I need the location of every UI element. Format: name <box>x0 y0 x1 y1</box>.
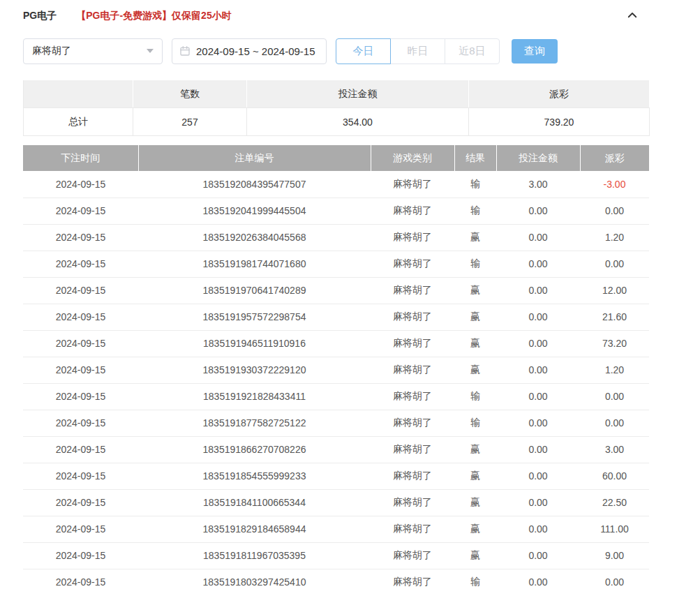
cell-payout: 0.00 <box>580 410 649 436</box>
date-range-input[interactable]: 2024-09-15 ~ 2024-09-15 <box>172 38 327 64</box>
cell-bet-id: 1835191957572298754 <box>138 304 371 330</box>
cell-payout: 3.00 <box>580 436 649 463</box>
cell-bet-id: 1835191970641740289 <box>138 277 371 304</box>
cell-bet-amount: 0.00 <box>496 304 580 330</box>
table-row: 2024-09-151835191970641740289麻将胡了赢0.0012… <box>23 277 649 304</box>
table-row: 2024-09-151835191803297425410麻将胡了输0.000.… <box>23 569 649 589</box>
header-bet-time: 下注时间 <box>23 145 138 171</box>
table-body: 2024-09-151835192084395477507麻将胡了输3.00-3… <box>23 171 649 589</box>
cell-payout: 0.00 <box>580 197 649 224</box>
table-row: 2024-09-151835192041999445504麻将胡了输0.000.… <box>23 197 649 224</box>
cell-game-type: 麻将胡了 <box>371 489 454 516</box>
cell-game-type: 麻将胡了 <box>371 330 454 357</box>
cell-bet-id: 1835192026384045568 <box>138 224 371 251</box>
table-row: 2024-09-151835192084395477507麻将胡了输3.00-3… <box>23 171 649 197</box>
cell-payout: 1.20 <box>580 357 649 383</box>
cell-bet-amount: 0.00 <box>496 330 580 357</box>
notice-text: 【PG电子-免费游戏】仅保留25小时 <box>76 10 231 22</box>
cell-result: 赢 <box>454 489 496 516</box>
cell-bet-time: 2024-09-15 <box>23 357 138 383</box>
header-game-type: 游戏类别 <box>371 145 454 171</box>
cell-payout: 73.20 <box>580 330 649 357</box>
cell-bet-time: 2024-09-15 <box>23 489 138 516</box>
cell-game-type: 麻将胡了 <box>371 251 454 277</box>
cell-result: 输 <box>454 197 496 224</box>
cell-bet-amount: 0.00 <box>496 516 580 542</box>
cell-bet-id: 1835192084395477507 <box>138 171 371 197</box>
summary-total-label: 总计 <box>24 108 133 136</box>
search-button[interactable]: 查询 <box>512 39 558 64</box>
cell-game-type: 麻将胡了 <box>371 463 454 489</box>
cell-bet-id: 1835191811967035395 <box>138 542 371 569</box>
table-row: 2024-09-151835191841100665344麻将胡了赢0.0022… <box>23 489 649 516</box>
cell-result: 赢 <box>454 330 496 357</box>
cell-bet-id: 1835191921828433411 <box>138 383 371 410</box>
table-row: 2024-09-151835191957572298754麻将胡了赢0.0021… <box>23 304 649 330</box>
cell-bet-amount: 0.00 <box>496 357 580 383</box>
summary-header-payout: 派彩 <box>469 80 650 108</box>
summary-header-bet-amount: 投注金额 <box>247 80 469 108</box>
cell-payout: 1.20 <box>580 224 649 251</box>
collapse-chevron-up-icon[interactable] <box>624 7 641 24</box>
date-range-value: 2024-09-15 ~ 2024-09-15 <box>196 45 315 57</box>
summary-total-row: 总计 257 354.00 739.20 <box>24 108 650 136</box>
cell-game-type: 麻将胡了 <box>371 516 454 542</box>
cell-bet-time: 2024-09-15 <box>23 171 138 197</box>
cell-result: 赢 <box>454 516 496 542</box>
cell-bet-amount: 0.00 <box>496 569 580 589</box>
summary-total-count: 257 <box>133 108 247 136</box>
quick-date-button-group: 今日 昨日 近8日 <box>336 38 500 64</box>
panel-header: PG电子 【PG电子-免费游戏】仅保留25小时 <box>23 7 649 25</box>
cell-game-type: 麻将胡了 <box>371 304 454 330</box>
chevron-down-icon <box>147 49 154 53</box>
summary-header-count: 笔数 <box>133 80 247 108</box>
header-payout: 派彩 <box>580 145 649 171</box>
cell-bet-time: 2024-09-15 <box>23 304 138 330</box>
cell-bet-time: 2024-09-15 <box>23 410 138 436</box>
cell-bet-time: 2024-09-15 <box>23 277 138 304</box>
quick-button-last8days[interactable]: 近8日 <box>445 38 500 64</box>
cell-bet-id: 1835191829184658944 <box>138 516 371 542</box>
cell-bet-amount: 0.00 <box>496 410 580 436</box>
cell-bet-amount: 0.00 <box>496 489 580 516</box>
quick-button-yesterday[interactable]: 昨日 <box>390 38 445 64</box>
cell-bet-id: 1835191877582725122 <box>138 410 371 436</box>
cell-result: 输 <box>454 569 496 589</box>
cell-game-type: 麻将胡了 <box>371 277 454 304</box>
cell-bet-amount: 0.00 <box>496 436 580 463</box>
cell-payout: 111.00 <box>580 516 649 542</box>
quick-button-today[interactable]: 今日 <box>336 38 391 64</box>
header-bet-amount: 投注金额 <box>496 145 580 171</box>
cell-result: 输 <box>454 383 496 410</box>
game-select[interactable]: 麻将胡了 <box>23 38 163 64</box>
table-row: 2024-09-151835191946511910916麻将胡了赢0.0073… <box>23 330 649 357</box>
cell-result: 赢 <box>454 277 496 304</box>
cell-bet-time: 2024-09-15 <box>23 197 138 224</box>
cell-bet-time: 2024-09-15 <box>23 251 138 277</box>
cell-game-type: 麻将胡了 <box>371 410 454 436</box>
cell-bet-time: 2024-09-15 <box>23 516 138 542</box>
cell-bet-amount: 0.00 <box>496 463 580 489</box>
cell-payout: 0.00 <box>580 383 649 410</box>
summary-header-row: 笔数 投注金额 派彩 <box>24 80 650 108</box>
table-row: 2024-09-151835191811967035395麻将胡了赢0.009.… <box>23 542 649 569</box>
cell-bet-amount: 0.00 <box>496 224 580 251</box>
cell-bet-id: 1835191930372229120 <box>138 357 371 383</box>
records-header-row: 下注时间 注单编号 游戏类别 结果 投注金额 派彩 <box>23 145 649 171</box>
table-row: 2024-09-151835191930372229120麻将胡了赢0.001.… <box>23 357 649 383</box>
cell-bet-id: 1835191866270708226 <box>138 436 371 463</box>
cell-bet-id: 1835191841100665344 <box>138 489 371 516</box>
table-row: 2024-09-151835191981744071680麻将胡了输0.000.… <box>23 251 649 277</box>
cell-result: 赢 <box>454 304 496 330</box>
cell-result: 赢 <box>454 542 496 569</box>
cell-payout: 9.00 <box>580 542 649 569</box>
calendar-icon <box>179 45 191 57</box>
cell-bet-time: 2024-09-15 <box>23 330 138 357</box>
cell-result: 输 <box>454 410 496 436</box>
cell-bet-amount: 0.00 <box>496 542 580 569</box>
cell-result: 赢 <box>454 357 496 383</box>
cell-bet-amount: 0.00 <box>496 277 580 304</box>
page-title: PG电子 <box>23 10 57 22</box>
cell-payout: 22.50 <box>580 489 649 516</box>
cell-game-type: 麻将胡了 <box>371 197 454 224</box>
